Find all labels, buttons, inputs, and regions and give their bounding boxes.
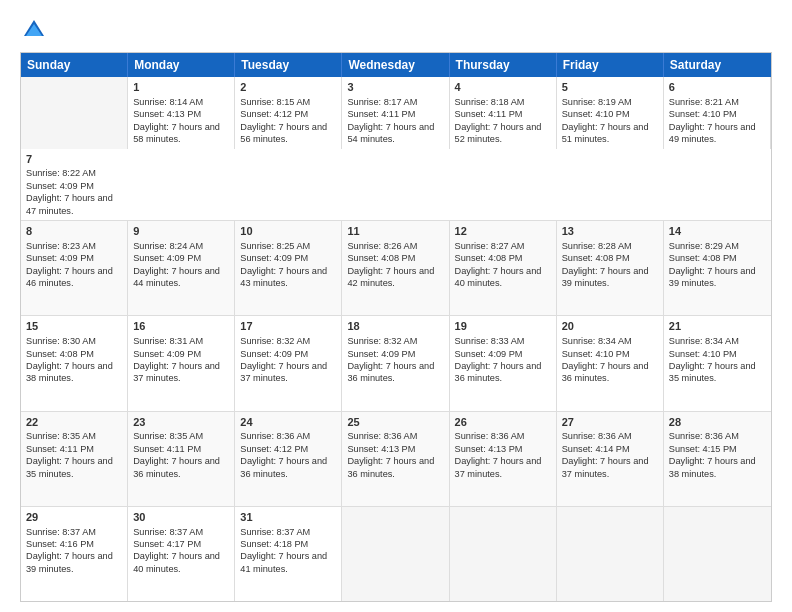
sunrise-text: Sunrise: 8:37 AM	[26, 527, 96, 537]
sunset-text: Sunset: 4:15 PM	[669, 444, 737, 454]
day-number: 14	[669, 224, 766, 239]
sunrise-text: Sunrise: 8:31 AM	[133, 336, 203, 346]
sunset-text: Sunset: 4:10 PM	[562, 349, 630, 359]
calendar-cell: 21Sunrise: 8:34 AMSunset: 4:10 PMDayligh…	[664, 316, 771, 410]
sunrise-text: Sunrise: 8:35 AM	[133, 431, 203, 441]
calendar-header-day: Friday	[557, 53, 664, 77]
sunrise-text: Sunrise: 8:21 AM	[669, 97, 739, 107]
calendar: SundayMondayTuesdayWednesdayThursdayFrid…	[20, 52, 772, 602]
calendar-header-day: Saturday	[664, 53, 771, 77]
sunrise-text: Sunrise: 8:19 AM	[562, 97, 632, 107]
day-number: 31	[240, 510, 336, 525]
calendar-header-day: Sunday	[21, 53, 128, 77]
calendar-cell: 14Sunrise: 8:29 AMSunset: 4:08 PMDayligh…	[664, 221, 771, 315]
day-number: 22	[26, 415, 122, 430]
sunrise-text: Sunrise: 8:14 AM	[133, 97, 203, 107]
daylight-text: Daylight: 7 hours and 39 minutes.	[562, 266, 649, 288]
calendar-cell: 23Sunrise: 8:35 AMSunset: 4:11 PMDayligh…	[128, 412, 235, 506]
calendar-cell: 29Sunrise: 8:37 AMSunset: 4:16 PMDayligh…	[21, 507, 128, 601]
sunrise-text: Sunrise: 8:36 AM	[562, 431, 632, 441]
calendar-cell: 5Sunrise: 8:19 AMSunset: 4:10 PMDaylight…	[557, 77, 664, 149]
calendar-cell: 13Sunrise: 8:28 AMSunset: 4:08 PMDayligh…	[557, 221, 664, 315]
calendar-cell: 31Sunrise: 8:37 AMSunset: 4:18 PMDayligh…	[235, 507, 342, 601]
daylight-text: Daylight: 7 hours and 37 minutes.	[133, 361, 220, 383]
daylight-text: Daylight: 7 hours and 37 minutes.	[240, 361, 327, 383]
daylight-text: Daylight: 7 hours and 54 minutes.	[347, 122, 434, 144]
day-number: 19	[455, 319, 551, 334]
sunrise-text: Sunrise: 8:34 AM	[562, 336, 632, 346]
daylight-text: Daylight: 7 hours and 49 minutes.	[669, 122, 756, 144]
calendar-cell	[557, 507, 664, 601]
calendar-cell	[664, 507, 771, 601]
logo-icon	[20, 16, 48, 44]
calendar-cell: 2Sunrise: 8:15 AMSunset: 4:12 PMDaylight…	[235, 77, 342, 149]
sunrise-text: Sunrise: 8:18 AM	[455, 97, 525, 107]
calendar-cell	[450, 507, 557, 601]
calendar-week-row: 22Sunrise: 8:35 AMSunset: 4:11 PMDayligh…	[21, 411, 771, 506]
daylight-text: Daylight: 7 hours and 46 minutes.	[26, 266, 113, 288]
day-number: 7	[26, 152, 123, 167]
sunset-text: Sunset: 4:16 PM	[26, 539, 94, 549]
sunrise-text: Sunrise: 8:30 AM	[26, 336, 96, 346]
day-number: 17	[240, 319, 336, 334]
daylight-text: Daylight: 7 hours and 40 minutes.	[133, 551, 220, 573]
sunset-text: Sunset: 4:12 PM	[240, 109, 308, 119]
calendar-cell: 9Sunrise: 8:24 AMSunset: 4:09 PMDaylight…	[128, 221, 235, 315]
sunrise-text: Sunrise: 8:24 AM	[133, 241, 203, 251]
daylight-text: Daylight: 7 hours and 35 minutes.	[669, 361, 756, 383]
sunset-text: Sunset: 4:08 PM	[669, 253, 737, 263]
calendar-cell: 16Sunrise: 8:31 AMSunset: 4:09 PMDayligh…	[128, 316, 235, 410]
calendar-cell: 19Sunrise: 8:33 AMSunset: 4:09 PMDayligh…	[450, 316, 557, 410]
sunrise-text: Sunrise: 8:23 AM	[26, 241, 96, 251]
day-number: 3	[347, 80, 443, 95]
day-number: 15	[26, 319, 122, 334]
sunrise-text: Sunrise: 8:35 AM	[26, 431, 96, 441]
calendar-cell: 24Sunrise: 8:36 AMSunset: 4:12 PMDayligh…	[235, 412, 342, 506]
sunset-text: Sunset: 4:08 PM	[562, 253, 630, 263]
calendar-header-day: Tuesday	[235, 53, 342, 77]
day-number: 13	[562, 224, 658, 239]
calendar-cell: 20Sunrise: 8:34 AMSunset: 4:10 PMDayligh…	[557, 316, 664, 410]
calendar-cell: 17Sunrise: 8:32 AMSunset: 4:09 PMDayligh…	[235, 316, 342, 410]
daylight-text: Daylight: 7 hours and 58 minutes.	[133, 122, 220, 144]
calendar-cell: 26Sunrise: 8:36 AMSunset: 4:13 PMDayligh…	[450, 412, 557, 506]
day-number: 6	[669, 80, 765, 95]
sunset-text: Sunset: 4:09 PM	[347, 349, 415, 359]
sunrise-text: Sunrise: 8:34 AM	[669, 336, 739, 346]
sunset-text: Sunset: 4:08 PM	[455, 253, 523, 263]
sunrise-text: Sunrise: 8:32 AM	[240, 336, 310, 346]
calendar-cell: 22Sunrise: 8:35 AMSunset: 4:11 PMDayligh…	[21, 412, 128, 506]
calendar-cell: 4Sunrise: 8:18 AMSunset: 4:11 PMDaylight…	[450, 77, 557, 149]
day-number: 10	[240, 224, 336, 239]
daylight-text: Daylight: 7 hours and 44 minutes.	[133, 266, 220, 288]
calendar-header-day: Monday	[128, 53, 235, 77]
daylight-text: Daylight: 7 hours and 56 minutes.	[240, 122, 327, 144]
calendar-cell: 7Sunrise: 8:22 AMSunset: 4:09 PMDaylight…	[21, 149, 128, 221]
day-number: 16	[133, 319, 229, 334]
daylight-text: Daylight: 7 hours and 37 minutes.	[562, 456, 649, 478]
sunrise-text: Sunrise: 8:32 AM	[347, 336, 417, 346]
daylight-text: Daylight: 7 hours and 36 minutes.	[240, 456, 327, 478]
day-number: 9	[133, 224, 229, 239]
sunrise-text: Sunrise: 8:37 AM	[133, 527, 203, 537]
sunset-text: Sunset: 4:09 PM	[133, 253, 201, 263]
daylight-text: Daylight: 7 hours and 39 minutes.	[26, 551, 113, 573]
daylight-text: Daylight: 7 hours and 38 minutes.	[669, 456, 756, 478]
sunset-text: Sunset: 4:17 PM	[133, 539, 201, 549]
day-number: 1	[133, 80, 229, 95]
header	[20, 16, 772, 44]
calendar-cell: 28Sunrise: 8:36 AMSunset: 4:15 PMDayligh…	[664, 412, 771, 506]
calendar-cell	[342, 507, 449, 601]
calendar-cell	[21, 77, 128, 149]
calendar-week-row: 29Sunrise: 8:37 AMSunset: 4:16 PMDayligh…	[21, 506, 771, 601]
calendar-header-day: Wednesday	[342, 53, 449, 77]
day-number: 18	[347, 319, 443, 334]
sunset-text: Sunset: 4:08 PM	[26, 349, 94, 359]
sunrise-text: Sunrise: 8:33 AM	[455, 336, 525, 346]
daylight-text: Daylight: 7 hours and 41 minutes.	[240, 551, 327, 573]
sunrise-text: Sunrise: 8:28 AM	[562, 241, 632, 251]
sunrise-text: Sunrise: 8:36 AM	[669, 431, 739, 441]
calendar-week-row: 15Sunrise: 8:30 AMSunset: 4:08 PMDayligh…	[21, 315, 771, 410]
day-number: 12	[455, 224, 551, 239]
calendar-cell: 10Sunrise: 8:25 AMSunset: 4:09 PMDayligh…	[235, 221, 342, 315]
